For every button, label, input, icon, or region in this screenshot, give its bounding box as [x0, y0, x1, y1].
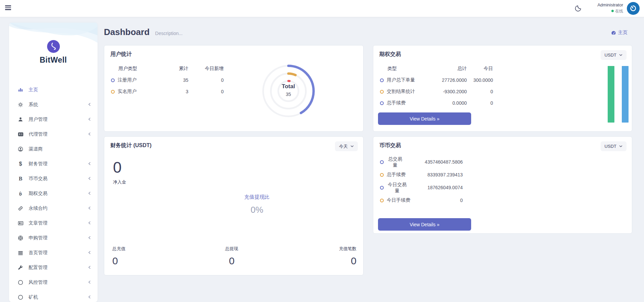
orange-ring-icon [380, 173, 384, 177]
sidebar-item-channel[interactable]: 渠道商 [9, 142, 98, 157]
sidebar-item-article-management[interactable]: 文章管理 [9, 216, 98, 231]
deposit-withdraw-ratio-value: 0% [215, 205, 299, 215]
gauge-icon [611, 30, 616, 35]
chain-link-icon [17, 206, 24, 211]
options-bar-chart [608, 66, 629, 123]
sidebar-item-options-trading[interactable]: B 期权交易 [9, 186, 98, 201]
options-trading-card: 期权交易 USDT 类型 总计 今日 用户总下单量 27726.0000 300… [373, 45, 632, 132]
brand-block[interactable]: BitWell [9, 40, 98, 65]
breadcrumb-label: 主页 [618, 30, 628, 36]
life-ring-icon [17, 235, 24, 241]
sidebar-item-risk-control[interactable]: 风控管理 [9, 275, 98, 290]
sidebar-item-perpetual-contract[interactable]: 永续合约 [9, 201, 98, 216]
chart-bars-icon [17, 87, 24, 93]
table-header: 用户类型 累计 今日新增 [111, 63, 224, 74]
purple-ring-icon [380, 78, 384, 82]
chevron-left-icon [87, 102, 91, 107]
sidebar-item-config-management[interactable]: 配置管理 [9, 260, 98, 275]
page-subtitle: Description... [155, 31, 183, 36]
chevron-left-icon [87, 206, 91, 210]
blue-bar [622, 66, 629, 123]
chevron-left-icon [87, 221, 91, 225]
user-icon [17, 117, 24, 122]
chevron-left-icon [87, 235, 91, 240]
chevron-left-icon [87, 280, 91, 284]
spot-trading-card: 币币交易 USDT 总交易量 4357460487.5806 总手续费 8339… [373, 136, 632, 234]
net-deposit-label: 净入金 [113, 179, 126, 185]
finance-stats-card: 财务统计 (USDT) 今天 0 净入金 充值提现比 0% 总充值 0 总提现 … [104, 136, 364, 275]
id-card-icon [17, 132, 24, 137]
sidebar-nav: 主页 系统 用户管理 代理管理 渠道商 [9, 82, 98, 302]
spot-stats-list: 总交易量 4357460487.5806 总手续费 8339397.239413… [380, 155, 463, 206]
list-item: 今日手续费 0 [380, 195, 463, 206]
page-header: Dashboard Description... [104, 27, 183, 37]
user-stats-table: 用户类型 累计 今日新增 注册用户 35 0 实名用户 3 0 [111, 63, 224, 97]
chevron-left-icon [87, 295, 91, 299]
power-icon [628, 3, 639, 14]
brand-name: BitWell [9, 56, 98, 65]
bitcoin-icon: B [17, 191, 24, 196]
online-dot [611, 10, 614, 12]
user-name: Administrator [597, 2, 623, 7]
breadcrumb[interactable]: 主页 [611, 30, 628, 36]
page-title: Dashboard [104, 27, 150, 37]
card-title: 财务统计 (USDT) [110, 142, 152, 149]
chevron-left-icon [87, 176, 91, 181]
table-row: 总手续费 0.0000 0 [380, 97, 493, 109]
sidebar-item-system[interactable]: 系统 [9, 97, 98, 112]
sidebar-item-finance-management[interactable]: $ 财务管理 [9, 157, 98, 171]
list-item: 总交易量 4357460487.5806 [380, 155, 463, 169]
table-row: 实名用户 3 0 [111, 86, 224, 97]
purple-ring-icon [111, 78, 115, 82]
gear-icon [17, 102, 24, 107]
deposit-count-stat: 充值笔数 0 [339, 246, 356, 267]
user-avatar[interactable] [627, 2, 640, 15]
sidebar-item-subscription-management[interactable]: 申购管理 [9, 231, 98, 245]
purple-ring-icon [380, 101, 384, 105]
donut-center: Total 35 [259, 83, 318, 97]
options-table: 类型 总计 今日 用户总下单量 27726.0000 300.0000 交割结果… [380, 63, 493, 109]
currency-dropdown[interactable]: USDT [601, 50, 627, 60]
net-deposit-value: 0 [113, 158, 122, 176]
sidebar-item-user-management[interactable]: 用户管理 [9, 112, 98, 127]
dollar-icon: $ [17, 161, 24, 167]
view-details-button[interactable]: View Details » [378, 112, 471, 125]
chevron-left-icon [87, 161, 91, 166]
period-dropdown[interactable]: 今天 [335, 141, 358, 151]
total-withdraw-stat: 总提现 0 [215, 246, 249, 267]
orange-ring-icon [380, 199, 384, 202]
sidebar-item-spot-trading[interactable]: B 币币交易 [9, 171, 98, 186]
chevron-down-icon [619, 145, 622, 147]
topbar: Administrator 在线 [0, 0, 644, 17]
view-details-button[interactable]: View Details » [378, 218, 471, 231]
circle-icon [17, 295, 24, 300]
orange-ring-icon [380, 90, 384, 94]
brand-logo-icon [47, 40, 60, 53]
chevron-left-icon [87, 132, 91, 136]
newspaper-icon [17, 221, 24, 226]
sidebar-item-home[interactable]: 主页 [9, 82, 98, 97]
wrench-icon [17, 265, 24, 270]
menu-toggle-icon[interactable] [5, 5, 11, 11]
chevron-down-icon [619, 54, 622, 56]
sidebar-item-homepage-management[interactable]: 首页管理 [9, 245, 98, 260]
chevron-left-icon [87, 265, 91, 270]
sidebar: BitWell 主页 系统 用户管理 代理管理 [9, 23, 98, 302]
chevron-left-icon [87, 191, 91, 196]
list-bars-icon [17, 250, 24, 256]
dark-mode-icon[interactable] [574, 4, 582, 12]
user-menu[interactable]: Administrator 在线 [597, 2, 623, 14]
table-row: 注册用户 35 0 [111, 74, 224, 86]
deposit-withdraw-ratio-link[interactable]: 充值提现比 [215, 194, 299, 200]
purple-ring-icon [380, 186, 384, 190]
currency-dropdown[interactable]: USDT [601, 141, 627, 151]
user-status: 在线 [597, 8, 623, 14]
sidebar-item-agent-management[interactable]: 代理管理 [9, 127, 98, 142]
list-item: 总手续费 8339397.239413 [380, 169, 463, 180]
sidebar-item-mining[interactable]: 矿机 [9, 290, 98, 302]
letter-b-icon: B [17, 176, 24, 181]
card-title: 用户统计 [110, 51, 132, 58]
green-bar [608, 66, 614, 123]
total-deposit-stat: 总充值 0 [112, 246, 125, 267]
card-title: 期权交易 [379, 51, 401, 58]
